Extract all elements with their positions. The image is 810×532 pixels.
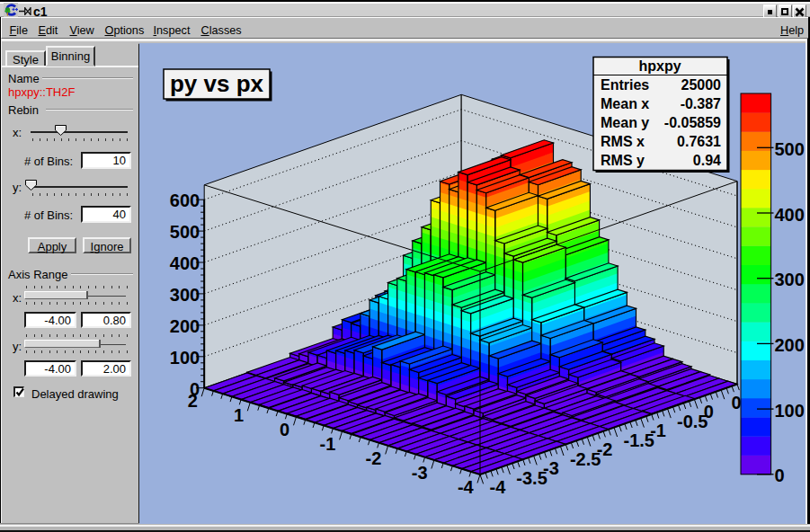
svg-text:300: 300: [775, 270, 805, 289]
svg-text:0.7631: 0.7631: [677, 134, 721, 149]
svg-text:500: 500: [170, 222, 200, 242]
svg-text:0: 0: [704, 402, 714, 421]
svg-text:400: 400: [170, 253, 200, 273]
svg-text:hpxpy: hpxpy: [638, 58, 681, 74]
svg-text:-3: -3: [543, 458, 559, 478]
svg-text:-0.05859: -0.05859: [664, 115, 721, 130]
svg-text:-2: -2: [597, 439, 613, 459]
svg-text:RMS x: RMS x: [601, 134, 645, 149]
svg-text:Mean x: Mean x: [601, 96, 649, 111]
svg-text:100: 100: [775, 401, 805, 421]
svg-text:-1: -1: [320, 434, 336, 454]
svg-text:400: 400: [775, 205, 805, 225]
svg-text:py vs px: py vs px: [170, 70, 264, 97]
svg-text:Entries: Entries: [601, 77, 649, 93]
svg-text:-0.387: -0.387: [681, 96, 721, 111]
svg-text:0: 0: [731, 393, 741, 412]
svg-text:0: 0: [280, 420, 289, 439]
svg-text:600: 600: [170, 191, 200, 210]
svg-text:-4: -4: [490, 477, 507, 497]
svg-text:-4: -4: [458, 477, 475, 497]
svg-text:-1: -1: [650, 421, 666, 440]
svg-text:Mean y: Mean y: [601, 115, 649, 130]
svg-text:300: 300: [170, 285, 200, 305]
svg-text:RMS y: RMS y: [601, 153, 645, 168]
svg-text:100: 100: [170, 348, 200, 368]
svg-text:-3: -3: [412, 463, 428, 483]
svg-text:0.94: 0.94: [693, 153, 721, 168]
svg-text:25000: 25000: [681, 77, 722, 93]
svg-text:200: 200: [775, 335, 805, 355]
svg-text:200: 200: [170, 316, 200, 336]
svg-text:500: 500: [775, 139, 805, 159]
svg-text:1: 1: [234, 405, 244, 425]
svg-text:0: 0: [775, 466, 785, 485]
svg-text:-2: -2: [366, 448, 382, 468]
svg-text:0: 0: [190, 379, 200, 399]
